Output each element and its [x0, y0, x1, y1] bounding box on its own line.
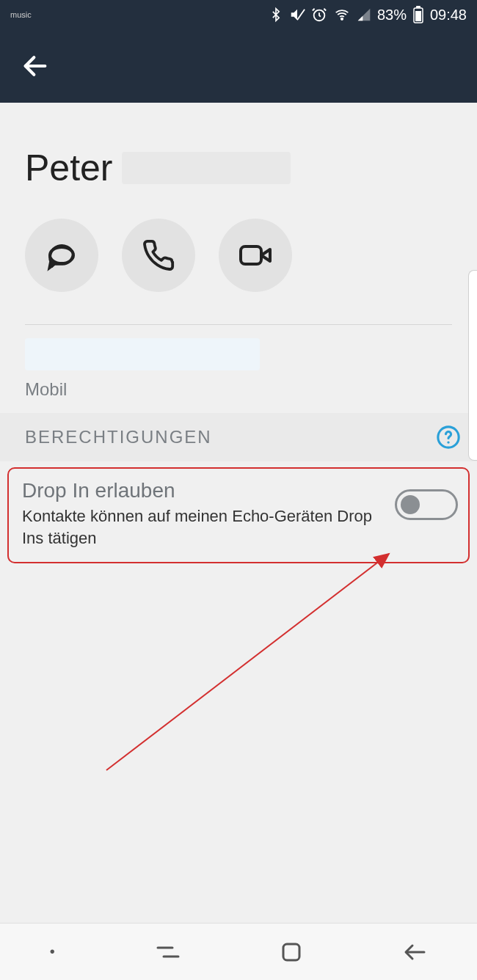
- permissions-header-label: BERECHTIGUNGEN: [25, 427, 212, 447]
- svg-line-11: [106, 554, 389, 770]
- permissions-header: BERECHTIGUNGEN: [0, 413, 477, 461]
- redacted-name: [122, 152, 291, 184]
- svg-rect-12: [283, 944, 299, 960]
- chat-icon: [44, 238, 79, 273]
- wifi-icon: [333, 7, 351, 22]
- battery-icon: [412, 6, 424, 23]
- redacted-phone-number: [25, 338, 260, 370]
- svg-rect-7: [241, 246, 261, 264]
- call-button[interactable]: [122, 219, 195, 292]
- back-icon[interactable]: [21, 51, 50, 81]
- drop-in-permission-row: Drop In erlauben Kontakte können auf mei…: [7, 467, 470, 563]
- svg-point-10: [447, 441, 449, 443]
- drop-in-toggle[interactable]: [395, 489, 458, 520]
- svg-point-2: [341, 18, 343, 21]
- nav-back-button[interactable]: [402, 943, 427, 962]
- signal-icon: [357, 7, 371, 22]
- mute-icon: [289, 7, 305, 23]
- bluetooth-icon: [269, 7, 283, 23]
- music-indicator: music: [10, 11, 32, 19]
- phone-icon: [142, 238, 175, 272]
- video-button[interactable]: [219, 219, 292, 292]
- nav-dot-icon: •: [50, 943, 55, 960]
- battery-percent: 83%: [377, 7, 407, 23]
- alarm-icon: [311, 7, 327, 23]
- android-nav-bar: •: [0, 923, 477, 980]
- phone-block[interactable]: Mobil: [0, 325, 477, 413]
- drop-in-description: Kontakte können auf meinen Echo-Geräten …: [22, 505, 386, 549]
- phone-type-label: Mobil: [25, 379, 452, 400]
- help-icon[interactable]: [436, 425, 461, 450]
- home-button[interactable]: [280, 941, 302, 963]
- video-icon: [238, 238, 273, 273]
- drop-in-title: Drop In erlauben: [22, 479, 386, 502]
- toggle-knob: [401, 495, 420, 514]
- clock-time: 09:48: [430, 7, 467, 23]
- svg-rect-5: [416, 6, 420, 8]
- scroll-handle[interactable]: [468, 270, 477, 461]
- svg-line-0: [297, 10, 305, 21]
- contact-first-name: Peter: [25, 147, 113, 189]
- status-bar: music 83% 09:48: [0, 0, 477, 29]
- svg-rect-4: [415, 11, 421, 21]
- contact-name: Peter: [0, 147, 477, 189]
- recent-apps-button[interactable]: [155, 942, 181, 962]
- action-row: [0, 189, 477, 324]
- app-header: [0, 29, 477, 103]
- chat-button[interactable]: [25, 219, 98, 292]
